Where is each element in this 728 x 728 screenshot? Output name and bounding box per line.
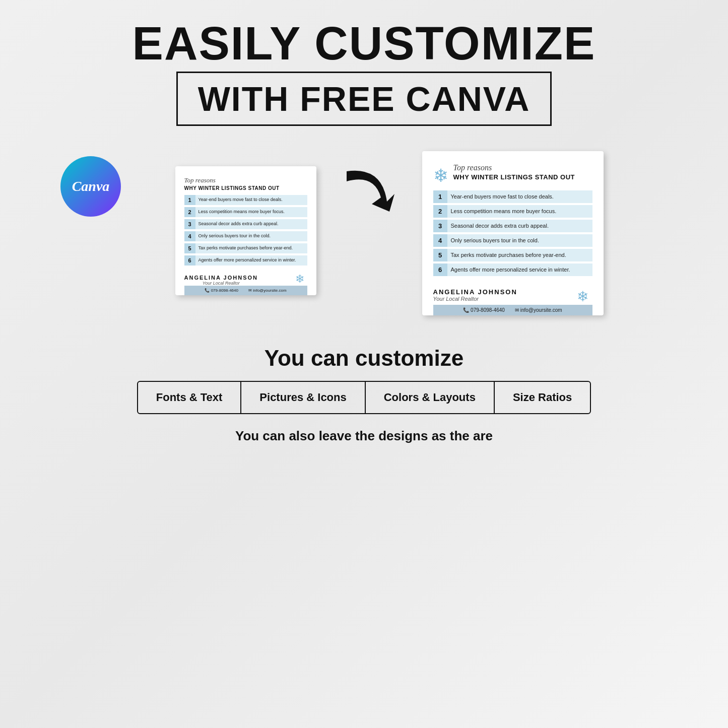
subtitle-box: WITH FREE CANVA xyxy=(176,72,552,126)
reason-4: 4 Only serious buyers tour in the cold. xyxy=(184,231,307,241)
flyer-card-small: Top reasons WHY WINTER LISTINGS STAND OU… xyxy=(175,166,316,295)
winter-title-small: WHY WINTER LISTINGS STAND OUT xyxy=(184,185,307,191)
reason-num-lg-3: 3 xyxy=(433,220,447,232)
subtitle-text: WITH FREE CANVA xyxy=(198,80,531,118)
flyer-footer-small: 📞 079-8098-4640 ✉ info@yoursite.com xyxy=(184,286,307,295)
reason-num-6: 6 xyxy=(184,255,195,266)
reason-lg-4: 4 Only serious buyers tour in the cold. xyxy=(433,234,592,247)
email-large: ✉ info@yoursite.com xyxy=(515,307,562,313)
flyer-pair: Top reasons WHY WINTER LISTINGS STAND OU… xyxy=(125,151,604,315)
cards-section: Canva Top reasons WHY WINTER LISTINGS ST… xyxy=(30,151,698,315)
customize-section: You can customize Fonts & Text Pictures … xyxy=(30,346,698,444)
customize-options-bar: Fonts & Text Pictures & Icons Colors & L… xyxy=(137,381,591,414)
reason-5: 5 Tax perks motivate purchases before ye… xyxy=(184,243,307,253)
reason-lg-5: 5 Tax perks motivate purchases before ye… xyxy=(433,249,592,261)
reasons-list-small: 1 Year-end buyers move fast to close dea… xyxy=(184,195,307,266)
reason-text-lg-2: Less competition means more buyer focus. xyxy=(447,205,592,218)
snowflake-top-large: ❄ xyxy=(433,165,448,186)
reason-text-3: Seasonal decor adds extra curb appeal. xyxy=(195,219,307,229)
realtor-name-large: ANGELINA JOHNSON xyxy=(433,288,517,296)
reason-lg-2: 2 Less competition means more buyer focu… xyxy=(433,205,592,218)
reason-3: 3 Seasonal decor adds extra curb appeal. xyxy=(184,219,307,229)
customize-title: You can customize xyxy=(30,346,698,371)
reason-text-lg-1: Year-end buyers move fast to close deals… xyxy=(447,190,592,203)
reason-num-1: 1 xyxy=(184,195,195,205)
phone-small: 📞 079-8098-4640 xyxy=(205,288,238,293)
arrow-icon xyxy=(337,161,402,232)
reason-num-lg-4: 4 xyxy=(433,234,447,247)
main-title: EASILY CUSTOMIZE xyxy=(133,20,596,67)
reason-num-lg-2: 2 xyxy=(433,205,447,218)
canva-logo: Canva xyxy=(60,156,121,217)
reason-num-2: 2 xyxy=(184,207,195,217)
reason-lg-3: 3 Seasonal decor adds extra curb appeal. xyxy=(433,220,592,232)
reason-num-lg-6: 6 xyxy=(433,263,447,276)
reason-text-lg-3: Seasonal decor adds extra curb appeal. xyxy=(447,220,592,232)
reason-num-5: 5 xyxy=(184,243,195,253)
reason-text-lg-6: Agents offer more personalized service i… xyxy=(447,263,592,276)
snowflake-bottom-large: ❄ xyxy=(577,288,588,305)
reason-num-lg-5: 5 xyxy=(433,249,447,261)
reason-lg-1: 1 Year-end buyers move fast to close dea… xyxy=(433,190,592,203)
reason-2: 2 Less competition means more buyer focu… xyxy=(184,207,307,217)
reasons-list-large: 1 Year-end buyers move fast to close dea… xyxy=(433,190,592,276)
realtor-role-large: Your Local Realtor xyxy=(433,296,517,302)
option-colors: Colors & Layouts xyxy=(366,382,495,413)
arrow-container xyxy=(337,161,402,232)
reason-num-3: 3 xyxy=(184,219,195,229)
reason-text-lg-4: Only serious buyers tour in the cold. xyxy=(447,234,592,247)
reason-text-2: Less competition means more buyer focus. xyxy=(195,207,307,217)
flyer-card-large: ❄ Top reasons WHY WINTER LISTINGS STAND … xyxy=(422,151,604,315)
reason-text-6: Agents offer more personalized service i… xyxy=(195,255,307,266)
option-fonts: Fonts & Text xyxy=(138,382,242,413)
reason-lg-6: 6 Agents offer more personalized service… xyxy=(433,263,592,276)
email-small: ✉ info@yoursite.com xyxy=(248,288,287,293)
reason-6: 6 Agents offer more personalized service… xyxy=(184,255,307,266)
reason-1: 1 Year-end buyers move fast to close dea… xyxy=(184,195,307,205)
reason-text-5: Tax perks motivate purchases before year… xyxy=(195,243,307,253)
reason-text-1: Year-end buyers move fast to close deals… xyxy=(195,195,307,205)
realtor-role-small: Your Local Realtor xyxy=(184,281,258,286)
canva-logo-text: Canva xyxy=(72,178,110,194)
reason-num-4: 4 xyxy=(184,231,195,241)
option-size: Size Ratios xyxy=(495,382,590,413)
option-pictures: Pictures & Icons xyxy=(241,382,365,413)
reason-num-lg-1: 1 xyxy=(433,190,447,203)
realtor-name-small: ANGELINA JOHNSON xyxy=(184,275,258,281)
winter-title-large: WHY WINTER LISTINGS STAND OUT xyxy=(453,173,592,181)
also-text: You can also leave the designs as the ar… xyxy=(30,428,698,444)
reason-text-4: Only serious buyers tour in the cold. xyxy=(195,231,307,241)
script-title-small: Top reasons xyxy=(184,176,307,184)
script-title-large: Top reasons xyxy=(453,163,592,172)
reason-text-lg-5: Tax perks motivate purchases before year… xyxy=(447,249,592,261)
snowflake-bottom-small: ❄ xyxy=(295,273,304,286)
flyer-footer-large: 📞 079-8098-4640 ✉ info@yoursite.com xyxy=(433,305,592,315)
phone-large: 📞 079-8098-4640 xyxy=(463,307,505,313)
